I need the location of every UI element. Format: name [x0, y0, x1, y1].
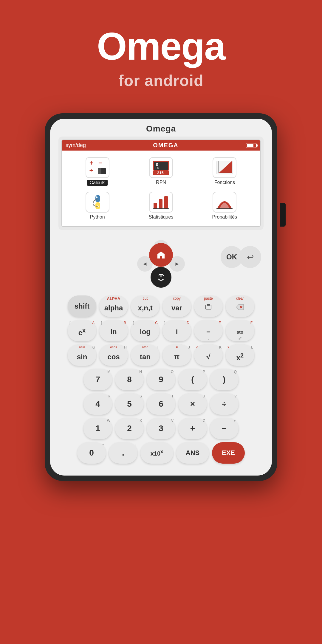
cos-key[interactable]: acos H cos: [99, 344, 128, 366]
sqrt-label: √: [206, 353, 210, 361]
back-button[interactable]: ↩: [239, 246, 261, 268]
paste-label: [205, 304, 212, 312]
sto-key[interactable]: F sto xy: [226, 320, 254, 341]
shift-key[interactable]: shift: [68, 295, 96, 317]
device-label: Omega: [55, 124, 267, 134]
lparen-label: (: [191, 375, 194, 384]
pi-key[interactable]: = J π: [162, 344, 191, 366]
3-label: 3: [159, 424, 163, 433]
key-row-6: W 1 X 2 V 3 Z +: [60, 418, 262, 439]
key-7[interactable]: M 7: [83, 369, 112, 390]
var-key[interactable]: copy var: [162, 295, 191, 317]
app-statistiques[interactable]: Statistiques: [129, 189, 193, 223]
key-subtract[interactable]: ↵ −: [210, 418, 239, 439]
subtract-label: −: [222, 424, 227, 433]
screen-container: sym/deg OMEGA +: [58, 137, 264, 230]
key-8[interactable]: N 8: [115, 369, 144, 390]
battery-icon: [246, 143, 256, 148]
xsq-key[interactable]: > L x2: [226, 344, 254, 366]
svg-text:÷: ÷: [89, 167, 93, 174]
sqrt-key[interactable]: < K √: [194, 344, 223, 366]
stats-icon: [149, 192, 173, 213]
6-label: 6: [159, 399, 163, 409]
svg-text:−: −: [98, 159, 102, 167]
key-exp[interactable]: x10x: [140, 442, 173, 464]
statistiques-label: Statistiques: [149, 214, 174, 220]
key-0[interactable]: ? 0: [77, 442, 106, 464]
key-4[interactable]: R 4: [83, 393, 112, 415]
key-row-4: M 7 N 8 O 9 P (: [60, 369, 262, 390]
key-row-2: [ A ex ] B ln { C log }: [60, 320, 262, 341]
key-exe[interactable]: EXE: [212, 442, 245, 464]
key-dot[interactable]: I .: [109, 442, 137, 464]
key-row-1: shift ALPHA alpha cut x,n,t copy var: [60, 295, 262, 317]
alpha-key[interactable]: ALPHA alpha: [99, 295, 128, 317]
svg-point-17: [96, 196, 97, 198]
ln-key[interactable]: ] B ln: [99, 320, 128, 341]
clear-key[interactable]: clear: [226, 295, 254, 317]
key-divide[interactable]: V ÷: [210, 393, 239, 415]
calculator-device: Omega sym/deg OMEGA: [45, 113, 277, 481]
key-6[interactable]: T 6: [147, 393, 175, 415]
clear-backspace: [236, 304, 244, 312]
sin-label: sin: [77, 353, 87, 361]
svg-text:+: +: [89, 159, 93, 167]
app-title: Omega: [97, 27, 225, 66]
xnt-key[interactable]: cut x,n,t: [131, 295, 160, 317]
svg-rect-28: [206, 305, 211, 309]
key-rparen[interactable]: Q ): [210, 369, 239, 390]
keyboard: shift ALPHA alpha cut x,n,t copy var: [55, 295, 267, 464]
key-3[interactable]: V 3: [147, 418, 175, 439]
rpn-label: RPN: [156, 180, 166, 185]
proba-icon: [213, 192, 236, 213]
app-calculs[interactable]: + − ÷ Calculs: [66, 154, 129, 189]
svg-rect-20: [98, 205, 100, 206]
header: Omega for android: [97, 27, 225, 89]
2-label: 2: [127, 424, 132, 433]
xsq-label: x2: [236, 352, 244, 362]
screen-app-grid: + − ÷ Calculs: [62, 151, 260, 226]
svg-rect-23: [164, 196, 168, 209]
screen-status-center: OMEGA: [153, 142, 179, 149]
key-lparen[interactable]: P (: [178, 369, 207, 390]
calculs-label: Calculs: [87, 180, 107, 186]
5-label: 5: [127, 399, 132, 409]
paste-key[interactable]: paste: [194, 295, 223, 317]
app-probabilites[interactable]: Probabilités: [193, 189, 256, 223]
key-9[interactable]: O 9: [147, 369, 175, 390]
key-1[interactable]: W 1: [83, 418, 112, 439]
back-label: ↩: [247, 252, 254, 262]
shift-label: shift: [75, 302, 90, 310]
key-ans[interactable]: ANS: [176, 442, 209, 464]
app-rpn[interactable]: 0 16 215 RPN: [129, 154, 193, 189]
side-button[interactable]: [280, 203, 286, 227]
sto-label: sto: [237, 329, 244, 335]
svg-rect-21: [154, 203, 157, 209]
app-fonctions[interactable]: Fonctions: [193, 154, 256, 189]
app-python[interactable]: Python: [66, 189, 129, 223]
divide-label: ÷: [222, 399, 226, 409]
sin-key[interactable]: asin G sin: [68, 344, 96, 366]
exe-label: EXE: [222, 449, 235, 457]
1-label: 1: [95, 424, 100, 433]
minus-key[interactable]: E − .: [194, 320, 223, 341]
key-2[interactable]: X 2: [115, 418, 144, 439]
key-5[interactable]: S 5: [115, 393, 144, 415]
svg-text:215: 215: [157, 171, 164, 175]
key-row-7: ? 0 I . x10x ANS EXE: [60, 442, 262, 464]
minus-label: −: [206, 328, 210, 336]
ex-label: ex: [78, 327, 86, 337]
ex-key[interactable]: [ A ex: [68, 320, 96, 341]
var-label: var: [171, 304, 182, 312]
tan-key[interactable]: atan I tan: [131, 344, 160, 366]
rpn-icon: 0 16 215: [149, 157, 173, 178]
i-key[interactable]: } D i: [162, 320, 191, 341]
dot-label: .: [122, 448, 124, 458]
ok-label: OK: [226, 253, 237, 261]
ln-label: ln: [110, 328, 117, 336]
log-key[interactable]: { C log: [131, 320, 160, 341]
key-multiply[interactable]: U ×: [178, 393, 207, 415]
power-button[interactable]: [151, 267, 171, 288]
key-plus[interactable]: Z +: [178, 418, 207, 439]
home-button[interactable]: [149, 243, 173, 267]
